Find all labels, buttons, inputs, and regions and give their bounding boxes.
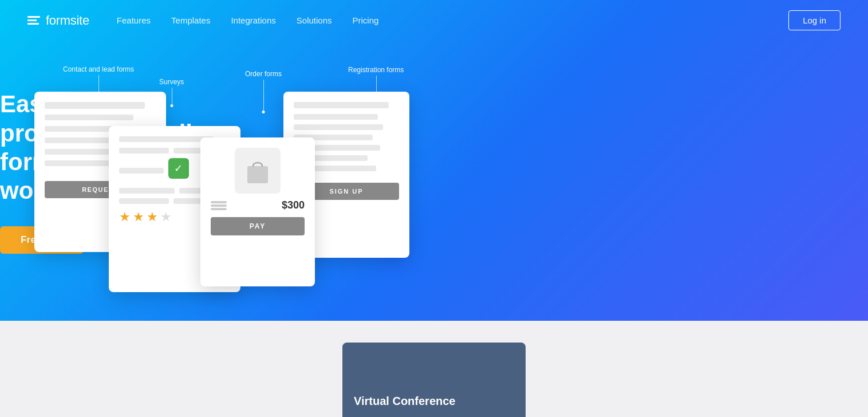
nav-features[interactable]: Features (117, 15, 151, 25)
price-value: $300 (282, 199, 305, 211)
nav-templates[interactable]: Templates (171, 15, 210, 25)
survey-line-1 (119, 136, 214, 142)
star-2: ★ (133, 210, 144, 225)
contact-line-2 (45, 115, 133, 120)
svg-rect-0 (247, 166, 268, 183)
surveys-label: Surveys (159, 78, 184, 86)
star-4: ★ (160, 210, 172, 225)
nav-links: Features Templates Integrations Solution… (117, 15, 379, 26)
hero-section: Contact and lead forms Surveys Order for… (0, 0, 868, 321)
checkbox-icon: ✓ (168, 158, 189, 179)
contact-label: Contact and lead forms (63, 65, 134, 73)
survey-cell-4 (119, 188, 175, 194)
nav-solutions[interactable]: Solutions (297, 15, 332, 25)
reg-line-1 (294, 102, 389, 108)
pay-button[interactable]: PAY (211, 217, 305, 235)
contact-line-1 (45, 102, 145, 109)
reg-line-2 (294, 114, 378, 120)
navbar: formsite Features Templates Integrations… (0, 0, 868, 41)
login-button[interactable]: Log in (788, 10, 841, 30)
logo-text: formsite (46, 13, 89, 28)
bag-icon (235, 148, 281, 194)
reg-line-3 (294, 124, 383, 130)
survey-cell-6 (119, 198, 169, 204)
star-1: ★ (119, 210, 131, 225)
price-row: $300 (211, 199, 305, 211)
order-form-card: $300 PAY (200, 137, 315, 286)
logo[interactable]: formsite (27, 13, 89, 28)
survey-cell-3 (119, 168, 164, 174)
nav-pricing[interactable]: Pricing (353, 15, 379, 25)
survey-cell-1 (119, 148, 169, 154)
payment-icon (211, 201, 227, 210)
star-3: ★ (147, 210, 158, 225)
logo-icon (27, 16, 40, 25)
conference-title: Virtual Conference (354, 395, 455, 408)
registration-label: Registration forms (348, 66, 404, 74)
nav-integrations[interactable]: Integrations (231, 15, 275, 25)
orders-label: Order forms (245, 70, 282, 78)
conference-card: Virtual Conference (342, 343, 526, 417)
bottom-section: Virtual Conference (0, 321, 868, 417)
cards-area: Contact and lead forms Surveys Order for… (34, 57, 504, 298)
